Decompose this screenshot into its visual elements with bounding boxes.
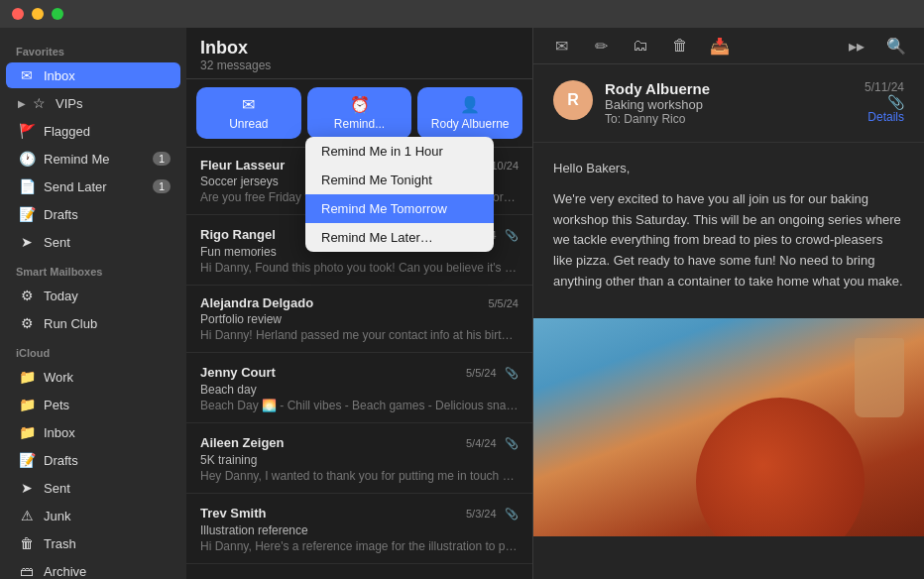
today-icon: ⚙ <box>18 287 36 304</box>
email-attachment-icon: 📎 <box>865 94 904 110</box>
sidebar-item-trash[interactable]: 🗑 Trash <box>6 530 180 556</box>
email-to: To: Danny Rico <box>605 112 853 126</box>
send-later-icon: 📄 <box>18 177 36 195</box>
favorites-label: Favorites <box>0 36 186 61</box>
inbox-icon: ✉ <box>18 66 36 84</box>
person-filter-icon: 👤 <box>460 95 480 114</box>
vips-icon: ☆ <box>30 94 48 112</box>
sidebar-pets-label: Pets <box>44 398 69 412</box>
sidebar-item-sent[interactable]: ➤ Sent <box>6 229 180 255</box>
message-subject: 5K training <box>200 453 519 467</box>
message-sender: Aileen Zeigen <box>200 435 285 450</box>
message-count: 32 messages <box>200 58 519 72</box>
remind-dropdown-menu: Remind Me in 1 Hour Remind Me Tonight Re… <box>305 137 494 252</box>
sidebar-sent-label: Sent <box>44 235 70 250</box>
work-icon: 📁 <box>18 368 36 386</box>
message-sender: Jenny Court <box>200 365 276 380</box>
message-subject: Illustration reference <box>200 523 519 537</box>
sidebar: Favorites ✉ Inbox ▶ ☆ VIPs 🚩 Flagged 🕐 R… <box>0 28 186 579</box>
message-sender: Fleur Lasseur <box>200 158 285 173</box>
email-date: 5/11/24 <box>865 80 904 94</box>
flagged-icon: 🚩 <box>18 122 36 140</box>
archive-toolbar-icon[interactable]: 🗑 <box>668 34 692 58</box>
attachment-icon: 📎 <box>505 508 519 520</box>
message-header-aileen: Aileen Zeigen 5/4/24 📎 <box>200 433 519 451</box>
sidebar-vips-label: VIPs <box>56 96 82 111</box>
unread-filter-icon: ✉ <box>242 95 255 114</box>
sidebar-run-club-label: Run Club <box>44 316 97 331</box>
message-list-header: Inbox 32 messages <box>186 28 532 79</box>
email-body: Hello Bakers, We're very excited to have… <box>533 143 924 318</box>
dropdown-item-later[interactable]: Remind Me Later… <box>305 223 494 252</box>
sidebar-item-icloud-inbox[interactable]: 📁 Inbox <box>6 419 180 445</box>
attachment-icon: 📎 <box>505 437 519 449</box>
move-icon[interactable]: 🗂 <box>629 34 652 58</box>
sidebar-item-inbox[interactable]: ✉ Inbox <box>6 62 180 88</box>
sidebar-item-today[interactable]: ⚙ Today <box>6 283 180 308</box>
remind-icon: 🕐 <box>18 150 36 168</box>
sidebar-item-drafts[interactable]: 📝 Drafts <box>6 201 180 227</box>
drafts-icon: 📝 <box>18 205 36 223</box>
sidebar-item-run-club[interactable]: ⚙ Run Club <box>6 310 180 336</box>
sidebar-item-send-later[interactable]: 📄 Send Later 1 <box>6 174 180 199</box>
remind-badge: 1 <box>153 152 171 166</box>
email-greeting: Hello Bakers, <box>553 159 904 179</box>
sidebar-item-icloud-sent[interactable]: ➤ Sent <box>6 475 180 501</box>
unread-filter-label: Unread <box>229 117 268 131</box>
reading-pane: ✉ ✏ 🗂 🗑 📥 ▸▸ 🔍 R Rody Albuerne Baking wo… <box>533 28 924 579</box>
more-icon[interactable]: ▸▸ <box>845 34 868 58</box>
junk-toolbar-icon[interactable]: 📥 <box>708 34 732 58</box>
sidebar-item-icloud-drafts[interactable]: 📝 Drafts <box>6 447 180 473</box>
maximize-button[interactable] <box>52 8 63 20</box>
message-item[interactable]: Aileen Zeigen 5/4/24 📎 5K training Hey D… <box>186 423 532 494</box>
message-preview: Hey Danny, I wanted to thank you for put… <box>200 469 519 483</box>
dropdown-item-1hour[interactable]: Remind Me in 1 Hour <box>305 137 494 166</box>
minimize-button[interactable] <box>32 8 44 20</box>
search-icon[interactable]: 🔍 <box>884 34 908 58</box>
message-preview: Hi Danny, Found this photo you took! Can… <box>200 261 519 275</box>
sidebar-item-work[interactable]: 📁 Work <box>6 364 180 390</box>
message-date: 5/5/24 <box>466 367 497 379</box>
email-details-link[interactable]: Details <box>865 110 904 124</box>
app-body: Favorites ✉ Inbox ▶ ☆ VIPs 🚩 Flagged 🕐 R… <box>0 28 924 579</box>
filter-unread-button[interactable]: ✉ Unread <box>196 87 301 139</box>
sidebar-item-pets[interactable]: 📁 Pets <box>6 392 180 417</box>
sidebar-item-flagged[interactable]: 🚩 Flagged <box>6 118 180 144</box>
sidebar-icloud-drafts-label: Drafts <box>44 453 78 468</box>
dropdown-item-tonight[interactable]: Remind Me Tonight <box>305 166 494 194</box>
message-item[interactable]: Jenny Court 5/5/24 📎 Beach day Beach Day… <box>186 353 532 423</box>
message-subject: Portfolio review <box>200 312 519 326</box>
sidebar-item-junk[interactable]: ⚠ Junk <box>6 503 180 528</box>
message-date: 5/3/24 <box>466 508 497 520</box>
archive-icon: 🗃 <box>18 562 36 579</box>
close-button[interactable] <box>12 8 24 20</box>
sidebar-item-vips[interactable]: ▶ ☆ VIPs <box>6 90 180 116</box>
message-sender: Rigo Rangel <box>200 227 276 242</box>
sidebar-item-remind-me[interactable]: 🕐 Remind Me 1 <box>6 146 180 172</box>
dropdown-item-tomorrow[interactable]: Remind Me Tomorrow <box>305 194 494 223</box>
compose-icon[interactable]: ✉ <box>549 34 573 58</box>
junk-icon: ⚠ <box>18 507 36 524</box>
to-value: Danny Rico <box>624 112 685 126</box>
filter-bar: ✉ Unread ⏰ Remind... 👤 Rody Albuerne Rem… <box>186 79 532 148</box>
filter-remind-button[interactable]: ⏰ Remind... <box>307 87 412 139</box>
reply-icon[interactable]: ✏ <box>589 34 613 58</box>
message-sender: Alejandra Delgado <box>200 295 313 310</box>
icloud-label: iCloud <box>0 337 186 363</box>
sidebar-archive-label: Archive <box>44 564 86 579</box>
drink-visual-element <box>855 338 904 417</box>
message-item[interactable]: Trev Smith 5/3/24 📎 Illustration referen… <box>186 494 532 564</box>
sidebar-drafts-label: Drafts <box>44 207 78 222</box>
sent-icon: ➤ <box>18 233 36 251</box>
filter-person-button[interactable]: 👤 Rody Albuerne <box>417 87 522 139</box>
message-item[interactable]: Alejandra Delgado 5/5/24 Portfolio revie… <box>186 286 532 353</box>
attachment-icon: 📎 <box>505 229 519 241</box>
email-header: R Rody Albuerne Baking workshop To: Dann… <box>533 64 924 143</box>
email-image <box>533 318 924 536</box>
sidebar-item-archive[interactable]: 🗃 Archive <box>6 558 180 579</box>
sidebar-trash-label: Trash <box>44 536 76 551</box>
message-date: 5/4/24 <box>466 437 497 449</box>
remind-filter-label: Remind... <box>334 117 385 131</box>
avatar: R <box>553 80 593 120</box>
sidebar-work-label: Work <box>44 370 73 385</box>
